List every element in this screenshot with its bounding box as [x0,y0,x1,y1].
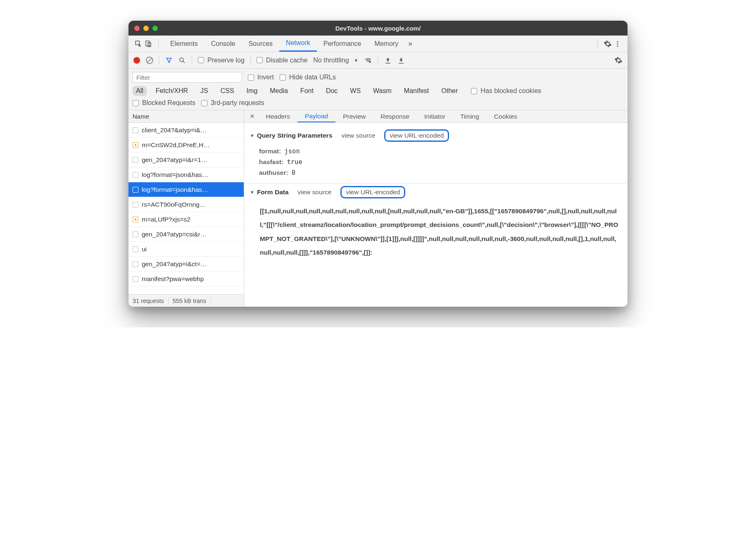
main-tab-performance[interactable]: Performance [317,36,368,52]
request-row[interactable]: rs=ACT90oFqOrnng… [128,197,244,212]
document-icon [133,276,138,282]
request-name: log?format=json&has… [142,171,209,179]
form-view-url-encoded-link[interactable]: view URL-encoded [340,186,405,198]
request-name: m=CnSW2d,DPreE,H… [142,141,210,149]
query-string-title: Query String Parameters [250,132,333,139]
kebab-menu-icon[interactable] [613,39,623,49]
status-bar: 31 requests 555 kB trans [128,294,244,307]
detail-pane: × HeadersPayloadPreviewResponseInitiator… [244,110,628,307]
detail-tab-payload[interactable]: Payload [297,110,335,122]
request-name: ui [142,246,147,253]
request-row[interactable]: gen_204?atyp=csi&r… [128,227,244,242]
hide-data-urls-checkbox[interactable]: Hide data URLs [280,74,336,81]
request-row[interactable]: manifest?pwa=webhp [128,272,244,286]
preserve-log-checkbox[interactable]: Preserve log [198,57,245,64]
qsp-view-source-link[interactable]: view source [342,132,376,139]
form-data-section-header[interactable]: Form Data view source view URL-encoded [244,184,628,201]
record-button[interactable] [133,57,140,64]
request-row[interactable]: gen_204?atyp=i&ct=… [128,257,244,272]
qsp-view-url-encoded-link[interactable]: view URL-encoded [384,129,449,142]
detail-tab-cookies[interactable]: Cookies [487,110,525,122]
request-row[interactable]: ui [128,242,244,257]
document-icon [133,202,138,207]
detail-tab-timing[interactable]: Timing [453,110,487,122]
invert-checkbox[interactable]: Invert [248,74,274,81]
request-name: gen_204?atyp=i&ct=… [142,260,207,268]
request-name: rs=ACT90oFqOrnng… [142,201,206,208]
network-conditions-icon[interactable] [364,57,372,64]
filter-input[interactable] [133,72,242,83]
clear-button[interactable] [146,57,153,64]
type-filter-media[interactable]: Media [266,86,291,96]
request-row[interactable]: m=aLUfP?xjs=s2 [128,212,244,227]
request-row[interactable]: log?format=json&has… [128,182,244,197]
download-har-icon[interactable] [397,57,405,64]
has-blocked-cookies-checkbox[interactable]: Has blocked cookies [471,87,541,95]
param-key: authuser: [259,169,288,176]
request-name: gen_204?atyp=i&r=1… [142,156,207,164]
close-window-button[interactable] [134,26,140,31]
upload-har-icon[interactable] [384,57,392,64]
network-toolbar: Preserve log Disable cache No throttling… [128,52,628,69]
type-filter-ws[interactable]: WS [347,86,364,96]
param-key: format: [259,148,281,155]
form-data-title: Form Data [250,188,289,196]
main-tab-memory[interactable]: Memory [368,36,405,52]
main-tab-bar: ElementsConsoleSourcesNetworkPerformance… [128,36,628,52]
document-icon [133,157,138,163]
main-tab-network[interactable]: Network [279,36,317,52]
transfer-size: 555 kB trans [169,298,211,304]
param-value: json [284,148,300,155]
settings-gear-icon[interactable] [603,39,613,49]
type-filter-fetch-xhr[interactable]: Fetch/XHR [152,86,191,96]
search-icon[interactable] [178,57,186,64]
maximize-window-button[interactable] [152,26,158,31]
minimize-window-button[interactable] [143,26,149,31]
device-toggle-icon[interactable] [143,39,153,49]
third-party-checkbox[interactable]: 3rd-party requests [201,99,264,107]
type-filter-manifest[interactable]: Manifest [401,86,432,96]
type-filter-all[interactable]: All [133,86,147,96]
form-view-source-link[interactable]: view source [298,188,332,196]
document-icon [133,231,138,237]
request-row[interactable]: log?format=json&has… [128,167,244,182]
blocked-requests-checkbox[interactable]: Blocked Requests [133,99,195,107]
request-row[interactable]: gen_204?atyp=i&r=1… [128,153,244,167]
more-tabs-icon[interactable]: » [405,39,416,48]
type-filter-wasm[interactable]: Wasm [370,86,395,96]
inspect-icon[interactable] [133,39,143,49]
svg-point-5 [617,45,618,46]
type-filter-font[interactable]: Font [297,86,317,96]
type-filter-js[interactable]: JS [197,86,212,96]
detail-tab-initiator[interactable]: Initiator [417,110,453,122]
document-icon [133,127,138,133]
throttling-select[interactable]: No throttling▼ [313,57,358,64]
detail-tab-preview[interactable]: Preview [335,110,373,122]
network-settings-gear-icon[interactable] [614,56,623,64]
disable-cache-checkbox[interactable]: Disable cache [257,57,308,64]
main-tab-sources[interactable]: Sources [242,36,279,52]
type-filter-doc[interactable]: Doc [323,86,341,96]
svg-point-6 [180,58,183,62]
payload-body: Query String Parameters view source view… [244,123,628,307]
svg-point-4 [617,43,618,44]
type-filter-img[interactable]: Img [243,86,261,96]
main-tab-console[interactable]: Console [204,36,242,52]
close-detail-icon[interactable]: × [247,112,259,121]
request-row[interactable]: client_204?&atyp=i&… [128,123,244,138]
detail-tab-headers[interactable]: Headers [259,110,298,122]
divider [159,56,159,65]
request-name: gen_204?atyp=csi&r… [142,231,207,238]
detail-tabs: × HeadersPayloadPreviewResponseInitiator… [244,110,628,123]
sidebar-name-header[interactable]: Name [128,110,244,123]
type-filter-other[interactable]: Other [438,86,461,96]
main-tab-elements[interactable]: Elements [164,36,204,52]
request-row[interactable]: m=CnSW2d,DPreE,H… [128,138,244,153]
filter-icon[interactable] [165,57,173,64]
query-string-section-header[interactable]: Query String Parameters view source view… [244,127,628,144]
svg-point-7 [369,61,371,63]
type-filter-css[interactable]: CSS [217,86,238,96]
detail-tab-response[interactable]: Response [373,110,417,122]
param-row: authuser:0 [259,167,622,178]
divider [597,39,598,48]
